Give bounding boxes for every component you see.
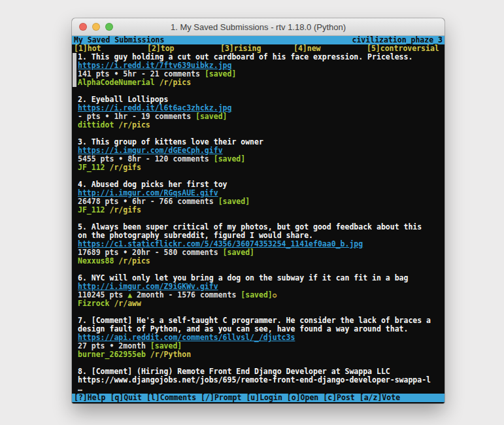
submission-item[interactable]: 8. [Comment] (Hiring) Remote Front End D… <box>72 367 445 393</box>
subreddit-name: /r/aww <box>109 299 141 308</box>
author-name: JF_112 <box>78 205 105 214</box>
terminal-window: 1. My Saved Submissions - rtv 1.18.0 (Py… <box>72 18 445 403</box>
submission-item[interactable]: 5. Always been super critical of my phot… <box>72 223 445 265</box>
traffic-lights <box>79 23 113 31</box>
submission-item[interactable]: 4. Abused dog picks her first toyhttp://… <box>72 180 445 214</box>
submission-stats: 26478 pts • 6hr - 766 comments <box>78 197 218 206</box>
author-name: dittidot <box>78 120 114 129</box>
submission-url-link[interactable]: https://i.redd.it/7ftv639uibkz.jpg <box>78 61 231 70</box>
author-name: JF_112 <box>78 163 105 172</box>
submission-title: on the photography subreddit, figured I … <box>78 231 313 240</box>
submission-title: 8. [Comment] (Hiring) Remote Front End D… <box>78 367 390 376</box>
subreddit-name: /r/pics <box>155 78 191 87</box>
submission-stats: 27 pts • 2month <box>78 341 150 350</box>
tab-rising[interactable]: [3]rising <box>220 44 294 53</box>
submission-item[interactable]: 3. This group of kittens love their owne… <box>72 138 445 172</box>
shortcut-quit[interactable]: [q]Quit <box>110 393 141 402</box>
submission-stats: 5455 pts • 8hr - 120 comments <box>78 154 214 163</box>
submission-url-link[interactable]: https://c1.staticflickr.com/5/4356/36074… <box>78 239 363 248</box>
submission-title: design fault of Python, and as you can s… <box>78 324 408 333</box>
gilded-icon: ✪ <box>273 290 277 299</box>
submission-title: 7. [Comment] He's a self-taught C progra… <box>78 316 431 325</box>
submission-title: 6. NYC will only let you bring a dog on … <box>78 273 408 282</box>
submission-title: 5. Always been super critical of my phot… <box>78 222 422 231</box>
tab-controversial[interactable]: [5]controversial <box>367 44 440 53</box>
subreddit-name: /r/Python <box>146 350 191 359</box>
submission-url-link[interactable]: https://i.redd.it/l6t6ac3zhckz.jpg <box>78 103 231 112</box>
submission-item[interactable]: 2. Eyeball Lollipopshttps://i.redd.it/l6… <box>72 95 445 129</box>
submission-stats: 141 pts • 5hr - 21 comments <box>78 69 205 78</box>
shortcut-comments[interactable]: [l]Comments <box>146 393 196 402</box>
saved-badge: [saved] <box>195 112 227 121</box>
author-name: Nexxus88 <box>78 256 114 265</box>
shortcut-help[interactable]: [?]Help <box>74 393 105 402</box>
terminal: My Saved Submissions civilization_phaze_… <box>72 36 445 403</box>
submission-item[interactable]: 1. This guy holding a cut out cardboard … <box>72 53 445 87</box>
close-button[interactable] <box>79 23 87 31</box>
submission-list: 1. This guy holding a cut out cardboard … <box>72 53 445 394</box>
submission-body: https://www.djangojobs.net/jobs/695/remo… <box>78 375 431 384</box>
shortcut-login[interactable]: [u]Login <box>246 393 282 402</box>
saved-badge: [saved] <box>218 197 250 206</box>
submission-stats: 110245 pts <box>78 290 127 299</box>
subreddit-name: /r/pics <box>114 256 150 265</box>
submission-stats: 17689 pts • 20hr - 580 comments <box>78 248 223 257</box>
subreddit-name: /r/gifs <box>105 163 141 172</box>
saved-badge: [saved] <box>214 154 245 163</box>
tab-new[interactable]: [4]new <box>294 44 367 53</box>
subreddit-name: /r/gifs <box>105 205 141 214</box>
truncation-ellipsis: … <box>78 384 82 393</box>
shortcut-post[interactable]: [c]Post <box>323 393 354 402</box>
submission-url-link[interactable]: https://i.imgur.com/dGEeCph.gifv <box>78 146 223 155</box>
submission-url-link[interactable]: http://i.imgur.com/Z9iGKWv.gifv <box>78 282 218 291</box>
submission-url-link[interactable]: https://api.reddit.com/comments/6llvsl/_… <box>78 333 295 342</box>
submission-title: 3. This group of kittens love their owne… <box>78 137 263 146</box>
shortcut-vote[interactable]: [a/z]Vote <box>360 393 400 402</box>
author-name: burner_262955eb <box>78 350 146 359</box>
minimize-button[interactable] <box>92 23 100 31</box>
subreddit-name: /r/pics <box>114 120 150 129</box>
author-name: AlphaCodeNumerial <box>78 78 155 87</box>
tab-top[interactable]: [2]top <box>147 44 220 53</box>
saved-badge: [saved] <box>241 290 272 299</box>
shortcut-open[interactable]: [o]Open <box>287 393 318 402</box>
zoom-button[interactable] <box>105 23 113 31</box>
author-name: Fizrock <box>78 299 109 308</box>
submission-url-link[interactable]: http://i.imgur.com/RGqsAUE.gifv <box>78 188 218 197</box>
submission-title: 4. Abused dog picks her first toy <box>78 180 227 189</box>
tab-hot[interactable]: [1]hot <box>74 44 147 53</box>
submission-item[interactable]: 6. NYC will only let you bring a dog on … <box>72 274 445 308</box>
shortcut-bar: [?]Help[q]Quit[l]Comments[/]Prompt[u]Log… <box>72 394 445 402</box>
window-title: 1. My Saved Submissions - rtv 1.18.0 (Py… <box>72 22 445 32</box>
submission-stats: 2month - 1576 comments <box>132 290 241 299</box>
saved-badge: [saved] <box>205 69 236 78</box>
category-bar: [1]hot[2]top[3]rising[4]new[5]controvers… <box>72 44 445 53</box>
submission-item[interactable]: 7. [Comment] He's a self-taught C progra… <box>72 316 445 359</box>
window-titlebar: 1. My Saved Submissions - rtv 1.18.0 (Py… <box>72 18 445 36</box>
saved-badge: [saved] <box>150 341 182 350</box>
submission-title: 2. Eyeball Lollipops <box>78 95 168 104</box>
submission-stats: - pts • 1hr - 19 comments <box>78 112 195 121</box>
shortcut-prompt[interactable]: [/]Prompt <box>201 393 241 402</box>
saved-badge: [saved] <box>223 248 254 257</box>
